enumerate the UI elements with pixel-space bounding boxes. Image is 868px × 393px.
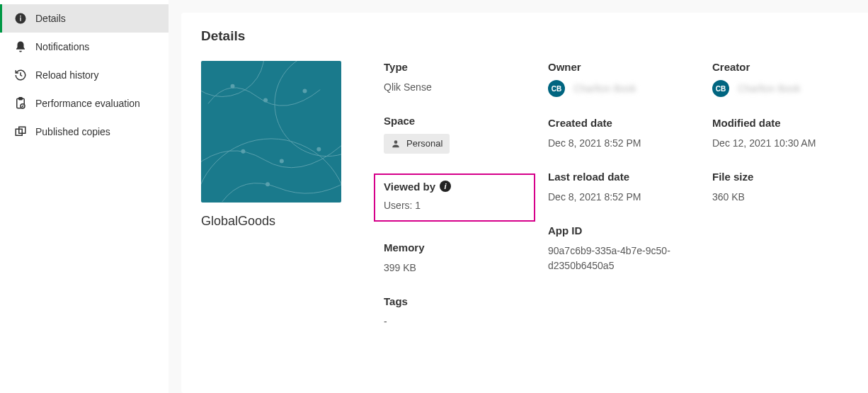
- value-memory: 399 KB: [384, 261, 525, 275]
- main-content: Details: [169, 0, 868, 393]
- field-creator: Creator CB Charlton Book: [712, 61, 854, 97]
- page-title: Details: [201, 28, 854, 44]
- person-icon: [391, 139, 401, 149]
- value-last-reload-date: Dec 8, 2021 8:52 PM: [548, 190, 690, 205]
- creator-name: Charlton Book: [738, 81, 801, 96]
- info-icon[interactable]: i: [440, 181, 451, 192]
- field-tags: Tags -: [384, 295, 525, 329]
- details-panel: Details: [181, 13, 868, 393]
- details-grid: Type Qlik Sense Space Personal: [384, 61, 854, 329]
- value-app-id: 90a7c6b9-335a-4b7e-9c50-d2350b6450a5: [548, 244, 690, 273]
- value-file-size: 360 KB: [712, 190, 854, 205]
- value-space: Personal: [384, 134, 525, 154]
- label-memory: Memory: [384, 241, 525, 254]
- svg-point-13: [303, 89, 307, 93]
- value-viewed-by: Users: 1: [384, 198, 525, 213]
- field-owner: Owner CB Charlton Book: [548, 61, 690, 97]
- bell-icon: [14, 40, 27, 53]
- details-col-3: Creator CB Charlton Book Modified date D…: [712, 61, 854, 329]
- sidebar-item-published-copies[interactable]: Published copies: [0, 118, 169, 146]
- field-app-id: App ID 90a7c6b9-335a-4b7e-9c50-d2350b645…: [548, 224, 690, 273]
- sidebar-item-details[interactable]: Details: [0, 4, 169, 33]
- field-modified-date: Modified date Dec 12, 2021 10:30 AM: [712, 117, 854, 151]
- space-chip: Personal: [384, 134, 450, 154]
- svg-rect-4: [19, 98, 23, 100]
- svg-point-16: [316, 147, 321, 152]
- label-type: Type: [384, 61, 525, 73]
- sidebar-item-performance-evaluation[interactable]: Performance evaluation: [0, 89, 169, 118]
- label-viewed-by-text: Viewed by: [384, 181, 435, 193]
- sidebar-item-reload-history[interactable]: Reload history: [0, 61, 169, 89]
- avatar: CB: [712, 80, 729, 97]
- sidebar-item-label: Published copies: [35, 126, 110, 137]
- sidebar-item-notifications[interactable]: Notifications: [0, 33, 169, 61]
- svg-point-8: [201, 61, 264, 97]
- label-file-size: File size: [712, 171, 854, 183]
- label-modified-date: Modified date: [712, 117, 854, 129]
- sidebar-item-label: Details: [35, 13, 66, 24]
- svg-point-1: [20, 16, 21, 17]
- history-icon: [14, 69, 27, 81]
- value-type: Qlik Sense: [384, 80, 525, 95]
- app-thumbnail: [201, 61, 341, 203]
- details-col-1: Type Qlik Sense Space Personal: [384, 61, 525, 329]
- value-tags: -: [384, 314, 525, 329]
- info-icon: [14, 12, 27, 25]
- field-type: Type Qlik Sense: [384, 61, 525, 95]
- value-created-date: Dec 8, 2021 8:52 PM: [548, 136, 690, 151]
- svg-point-18: [394, 140, 398, 144]
- field-file-size: File size 360 KB: [712, 171, 854, 205]
- svg-point-15: [280, 159, 284, 164]
- svg-point-9: [275, 61, 341, 156]
- sidebar: Details Notifications Reload history Per…: [0, 0, 169, 393]
- svg-point-11: [231, 84, 235, 89]
- value-creator: CB Charlton Book: [712, 80, 854, 97]
- svg-point-14: [241, 149, 245, 154]
- label-space: Space: [384, 115, 525, 127]
- label-creator: Creator: [712, 61, 854, 73]
- owner-name: Charlton Book: [573, 81, 636, 96]
- details-body: GlobalGoods Type Qlik Sense Space: [201, 61, 854, 329]
- value-modified-date: Dec 12, 2021 10:30 AM: [712, 136, 854, 151]
- copies-icon: [14, 125, 27, 138]
- label-tags: Tags: [384, 295, 525, 307]
- field-space: Space Personal: [384, 115, 525, 154]
- sidebar-item-label: Performance evaluation: [35, 98, 140, 109]
- svg-point-17: [265, 182, 270, 186]
- field-viewed-by: Viewed by i Users: 1: [374, 173, 535, 222]
- label-app-id: App ID: [548, 224, 690, 237]
- field-created-date: Created date Dec 8, 2021 8:52 PM: [548, 117, 690, 151]
- sidebar-item-label: Notifications: [35, 41, 89, 52]
- app-preview: GlobalGoods: [201, 61, 341, 329]
- clipboard-check-icon: [14, 97, 27, 110]
- app-name: GlobalGoods: [201, 214, 341, 229]
- field-last-reload-date: Last reload date Dec 8, 2021 8:52 PM: [548, 171, 690, 205]
- svg-point-12: [263, 98, 268, 102]
- label-owner: Owner: [548, 61, 690, 73]
- details-col-2: Owner CB Charlton Book Created date Dec …: [548, 61, 690, 329]
- label-viewed-by: Viewed by i: [384, 181, 525, 193]
- avatar: CB: [548, 80, 565, 97]
- sidebar-item-label: Reload history: [35, 69, 99, 81]
- space-name: Personal: [406, 137, 442, 151]
- label-last-reload-date: Last reload date: [548, 171, 690, 183]
- svg-rect-2: [20, 18, 21, 21]
- label-created-date: Created date: [548, 117, 690, 129]
- field-memory: Memory 399 KB: [384, 241, 525, 275]
- value-owner: CB Charlton Book: [548, 80, 690, 97]
